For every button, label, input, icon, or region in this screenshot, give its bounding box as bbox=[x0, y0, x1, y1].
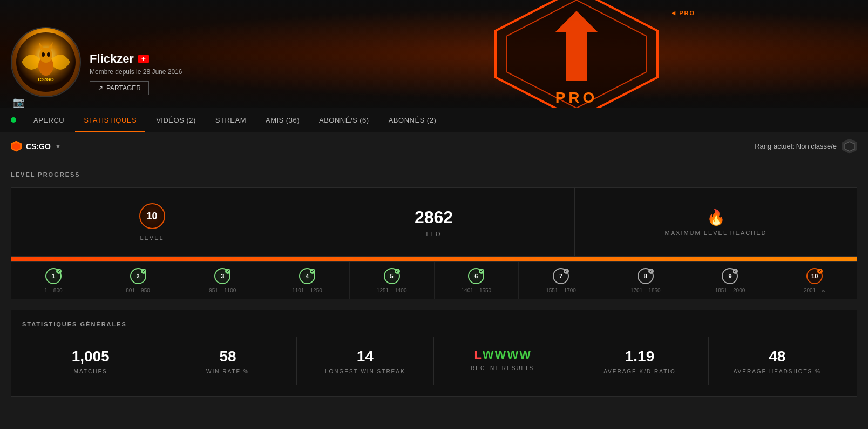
avatar-wrapper: CS:GO 📷 bbox=[11, 27, 81, 97]
general-stats-label: STATISTIQUES GÉNÉRALES bbox=[22, 321, 846, 327]
tier-badge-9: 9 ↙ bbox=[722, 268, 738, 284]
svg-point-10 bbox=[47, 52, 50, 57]
tier-range-6: 1401 – 1550 bbox=[462, 287, 492, 293]
tier-badge-6: 6 ↙ bbox=[468, 268, 484, 284]
tier-arrow-icon-7: ↙ bbox=[564, 269, 569, 274]
tier-badge-1: 1 ↙ bbox=[45, 268, 62, 284]
tier-badge-7: 7 ↙ bbox=[553, 268, 569, 284]
svg-text:CS:GO: CS:GO bbox=[38, 77, 54, 82]
tier-7: 7 ↙ 1551 – 1700 bbox=[519, 262, 603, 299]
tier-range-10: 2001 – ∞ bbox=[804, 287, 826, 293]
tier-arrow-icon-8: ↙ bbox=[648, 269, 654, 274]
svg-point-6 bbox=[39, 48, 52, 63]
headshots-value: 48 bbox=[769, 348, 785, 365]
tier-range-9: 1851 – 2000 bbox=[715, 287, 745, 293]
stat-kd-ratio: 1.19 AVERAGE K/D RATIO bbox=[571, 337, 708, 385]
tier-arrow-icon-2: ↙ bbox=[141, 269, 146, 274]
share-icon: ↗ bbox=[98, 84, 103, 92]
tier-5: 5 ↙ 1251 – 1400 bbox=[350, 262, 435, 299]
pro-badge: PRO bbox=[672, 10, 695, 16]
nav-abonnes-slash[interactable]: ABONNÉ/S (6) bbox=[310, 108, 378, 132]
stats-grid: 1,005 MATCHES 58 WIN RATE % 14 LONGEST W… bbox=[22, 337, 846, 385]
stats-section: LEVEL PROGRESS 10 LEVEL 2862 ELO 🔥 MAXIM… bbox=[0, 160, 868, 407]
tier-arrow-icon-10: ↙ bbox=[817, 269, 823, 274]
progress-bar-container bbox=[11, 257, 857, 262]
tier-badge-4: 4 ↙ bbox=[299, 268, 315, 284]
dropdown-arrow-icon: ▼ bbox=[55, 143, 61, 150]
matches-value: 1,005 bbox=[72, 348, 110, 365]
country-flag bbox=[138, 55, 149, 63]
kd-ratio-value: 1.19 bbox=[625, 348, 655, 365]
tier-arrow-icon-5: ↙ bbox=[395, 269, 400, 274]
svg-marker-13 bbox=[845, 142, 855, 151]
tier-range-8: 1701 – 1850 bbox=[630, 287, 661, 293]
tier-6: 6 ↙ 1401 – 1550 bbox=[435, 262, 519, 299]
avatar-art: CS:GO bbox=[12, 28, 80, 96]
tier-range-7: 1551 – 1700 bbox=[546, 287, 576, 293]
nav-apercu[interactable]: APERÇU bbox=[25, 108, 73, 132]
share-button[interactable]: ↗ PARTAGER bbox=[90, 81, 149, 95]
tier-range-2: 801 – 950 bbox=[126, 287, 150, 293]
tier-10: 10 ↙ 2001 – ∞ bbox=[772, 262, 857, 299]
nav-amis[interactable]: AMIS (36) bbox=[257, 108, 308, 132]
nav-bar: APERÇU STATISTIQUES VIDÉOS (2) STREAM AM… bbox=[0, 108, 868, 132]
elo-label: ELO bbox=[426, 231, 441, 237]
elo-cell: 2862 ELO bbox=[293, 188, 575, 256]
tier-arrow-icon-4: ↙ bbox=[310, 269, 315, 274]
game-bar: CS:GO ▼ Rang actuel: Non classé/e bbox=[0, 132, 868, 160]
nav-videos[interactable]: VIDÉOS (2) bbox=[147, 108, 205, 132]
tier-arrow-icon-9: ↙ bbox=[733, 269, 738, 274]
level-cell: 10 LEVEL bbox=[11, 188, 293, 256]
nav-stream[interactable]: STREAM bbox=[207, 108, 255, 132]
banner-hex-decoration: PRO bbox=[490, 0, 663, 108]
stat-matches: 1,005 MATCHES bbox=[22, 337, 159, 385]
win-streak-label: LONGEST WIN STREAK bbox=[325, 368, 405, 374]
headshots-label: AVERAGE HEADSHOTS % bbox=[734, 368, 821, 374]
matches-label: MATCHES bbox=[74, 368, 107, 374]
level-tiers: 1 ↙ 1 – 800 2 ↙ 801 – 950 3 ↙ 951 – 1100… bbox=[11, 262, 857, 299]
tier-range-1: 1 – 800 bbox=[44, 287, 62, 293]
result-W1: W bbox=[483, 348, 494, 362]
win-rate-label: WIN RATE % bbox=[206, 368, 249, 374]
result-W2: W bbox=[495, 348, 506, 362]
progress-bar-track bbox=[11, 257, 857, 261]
rank-info: Rang actuel: Non classé/e bbox=[755, 139, 857, 154]
game-selector[interactable]: CS:GO ▼ bbox=[11, 141, 61, 152]
result-W3: W bbox=[507, 348, 518, 362]
tier-2: 2 ↙ 801 – 950 bbox=[96, 262, 181, 299]
nav-statistiques[interactable]: STATISTIQUES bbox=[75, 108, 145, 132]
recent-results-label: RECENT RESULTS bbox=[471, 365, 534, 371]
nav-abonnes[interactable]: ABONNÉS (2) bbox=[380, 108, 445, 132]
tier-arrow-icon-3: ↙ bbox=[225, 269, 230, 274]
tier-badge-5: 5 ↙ bbox=[384, 268, 400, 284]
banner: PRO PRO bbox=[0, 0, 868, 108]
camera-icon[interactable]: 📷 bbox=[13, 96, 25, 108]
stat-win-rate: 58 WIN RATE % bbox=[159, 337, 296, 385]
svg-text:PRO: PRO bbox=[555, 89, 598, 106]
tier-range-4: 1101 – 1250 bbox=[292, 287, 322, 293]
tier-range-3: 951 – 1100 bbox=[209, 287, 236, 293]
win-rate-value: 58 bbox=[219, 348, 236, 365]
profile-name: Flickzer bbox=[90, 52, 182, 66]
avatar-svg: CS:GO bbox=[16, 32, 76, 92]
tier-8: 8 ↙ 1701 – 1850 bbox=[603, 262, 688, 299]
recent-results-value: L W W W W bbox=[474, 348, 531, 362]
fire-icon: 🔥 bbox=[707, 209, 725, 226]
level-label: LEVEL bbox=[140, 234, 164, 241]
stat-headshots: 48 AVERAGE HEADSHOTS % bbox=[709, 337, 846, 385]
tier-1: 1 ↙ 1 – 800 bbox=[11, 262, 96, 299]
profile-section: CS:GO 📷 Flickzer Membre depuis le 28 Jun… bbox=[11, 27, 182, 97]
stat-recent-results: L W W W W RECENT RESULTS bbox=[434, 337, 571, 385]
tier-arrow-icon-6: ↙ bbox=[479, 269, 484, 274]
tier-arrow-icon-1: ↙ bbox=[56, 269, 62, 274]
rank-hex-icon bbox=[842, 139, 857, 154]
stat-win-streak: 14 LONGEST WIN STREAK bbox=[297, 337, 434, 385]
csgo-icon bbox=[11, 141, 22, 152]
level-progress-label: LEVEL PROGRESS bbox=[11, 171, 857, 178]
max-level-cell: 🔥 MAXIMUM LEVEL REACHED bbox=[575, 188, 857, 256]
svg-marker-12 bbox=[12, 143, 20, 150]
avatar: CS:GO bbox=[11, 27, 81, 97]
tier-badge-2: 2 ↙ bbox=[130, 268, 146, 284]
tier-badge-8: 8 ↙ bbox=[638, 268, 654, 284]
general-stats-section: STATISTIQUES GÉNÉRALES 1,005 MATCHES 58 … bbox=[11, 310, 857, 397]
